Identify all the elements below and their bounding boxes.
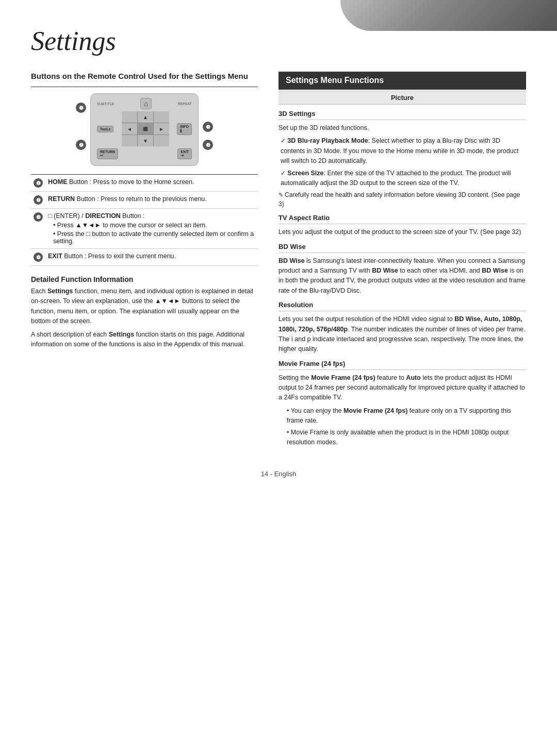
remote-illustration-container: SUBTITLE ⌂ REPEAT TooLs <box>31 93 258 166</box>
repeat-label: REPEAT <box>178 102 192 106</box>
dir-empty-tr <box>154 111 169 123</box>
detailed-function-section: Detailed Function Information Each Setti… <box>31 275 258 349</box>
bd-wise-heading: BD Wise <box>278 243 526 250</box>
btn-desc-text-1: HOME Button : Press to move to the Home … <box>45 175 258 192</box>
direction-pad[interactable]: ▲ ◄ ⬛ ► ▼ <box>122 111 169 146</box>
tv-aspect-body: Lets you adjust the output of the produc… <box>278 227 526 237</box>
callout-3: ❸ <box>203 122 213 132</box>
detail-body-1: Each Settings function, menu item, and i… <box>31 287 258 327</box>
btn-desc-row-2: ❷ RETURN Button : Press to return to the… <box>31 192 258 209</box>
two-column-layout: Buttons on the Remote Control Used for t… <box>31 72 526 449</box>
resolution-divider <box>278 311 526 311</box>
callout-1: ❶ <box>76 103 86 113</box>
3d-checkmark-2: Screen Size: Enter the size of the TV at… <box>278 169 526 189</box>
num-circle-1: ❶ <box>34 178 43 188</box>
num-circle-2: ❷ <box>34 195 43 205</box>
3d-note: Carefully read the health and safety inf… <box>278 190 526 209</box>
btn-num-4: ❹ <box>31 249 45 266</box>
movie-frame-body: Setting the Movie Frame (24 fps) feature… <box>278 373 526 403</box>
dir-up[interactable]: ▲ <box>138 111 153 123</box>
dir-enter[interactable]: ⬛ <box>138 123 153 135</box>
btn-desc-row-4: ❹ EXIT Button : Press to exit the curren… <box>31 249 258 266</box>
3d-divider <box>278 120 526 120</box>
btn-desc-text-3: □ (ENTER) / DIRECTION Button : • Press ▲… <box>45 209 258 249</box>
section-3d-settings: 3D Settings Set up the 3D related functi… <box>278 110 526 209</box>
settings-menu-header: Settings Menu Functions <box>278 72 526 89</box>
info-button[interactable]: INFO ℹ <box>177 123 192 135</box>
smf-top-divider <box>278 89 526 90</box>
movie-frame-bullet-2: Movie Frame is only available when the p… <box>278 428 526 448</box>
enter-bullet-2: • Press the □ button to activate the cur… <box>53 230 255 245</box>
dir-empty-br <box>154 135 169 146</box>
btn-desc-row-1: ❶ HOME Button : Press to move to the Hom… <box>31 175 258 192</box>
left-column: Buttons on the Remote Control Used for t… <box>31 72 258 352</box>
header-decoration <box>340 0 557 31</box>
left-section-heading: Buttons on the Remote Control Used for t… <box>31 72 258 80</box>
bd-wise-divider <box>278 253 526 253</box>
remote-top-row: SUBTITLE ⌂ REPEAT <box>97 98 192 109</box>
category-picture: Picture <box>278 91 526 105</box>
dir-empty-tl <box>122 111 137 123</box>
btn-desc-row-3: ❸ □ (ENTER) / DIRECTION Button : • Press… <box>31 209 258 249</box>
btn-num-3: ❸ <box>31 209 45 249</box>
dir-left[interactable]: ◄ <box>122 123 137 135</box>
bd-wise-body: BD Wise is Samsung's latest inter-connec… <box>278 256 526 296</box>
movie-frame-divider <box>278 369 526 370</box>
movie-frame-bullet-1: You can enjoy the Movie Frame (24 fps) f… <box>278 406 526 426</box>
detail-body-2: A short description of each Settings fun… <box>31 330 258 350</box>
num-circle-4: ❹ <box>34 253 43 262</box>
return-button[interactable]: RETURN ↩ <box>97 148 118 159</box>
right-column: Settings Menu Functions Picture 3D Setti… <box>278 72 526 449</box>
enter-bullet-1: • Press ▲▼◄► to move the cursor or selec… <box>53 222 255 229</box>
3d-checkmark-1: 3D Blu-ray Playback Mode: Select whether… <box>278 136 526 166</box>
remote-middle-row: TooLs ▲ ◄ ⬛ ► ▼ <box>97 111 192 146</box>
dir-empty-bl <box>122 135 137 146</box>
dir-right[interactable]: ► <box>154 123 169 135</box>
dir-down[interactable]: ▼ <box>138 135 153 146</box>
btn-desc-text-2: RETURN Button : Press to return to the p… <box>45 192 258 209</box>
num-circle-3: ❸ <box>34 212 43 222</box>
resolution-heading: Resolution <box>278 301 526 309</box>
3d-body: Set up the 3D related functions. <box>278 123 526 133</box>
section-bd-wise: BD Wise BD Wise is Samsung's latest inte… <box>278 243 526 296</box>
btn-num-2: ❷ <box>31 192 45 209</box>
button-descriptions-table: ❶ HOME Button : Press to move to the Hom… <box>31 174 258 266</box>
tv-aspect-divider <box>278 224 526 224</box>
callout-4: ❹ <box>203 140 213 150</box>
section-tv-aspect: TV Aspect Ratio Lets you adjust the outp… <box>278 214 526 237</box>
remote-bottom-row: RETURN ↩ EXIT ⇥ <box>97 148 192 159</box>
resolution-body: Lets you set the output resolution of th… <box>278 314 526 355</box>
footer-text: 14 - English <box>261 470 297 478</box>
btn-desc-text-4: EXIT Button : Press to exit the current … <box>45 249 258 266</box>
section-movie-frame: Movie Frame (24 fps) Setting the Movie F… <box>278 360 526 448</box>
remote-control: SUBTITLE ⌂ REPEAT TooLs <box>90 93 199 166</box>
callout-2: ❷ <box>76 140 86 150</box>
page-footer: 14 - English <box>31 470 526 478</box>
page-wrapper: Settings Buttons on the Remote Control U… <box>0 0 557 756</box>
tools-button[interactable]: TooLs <box>97 126 113 132</box>
section-divider <box>31 87 258 87</box>
3d-settings-heading: 3D Settings <box>278 110 526 117</box>
exit-button[interactable]: EXIT ⇥ <box>177 148 192 159</box>
btn-num-1: ❶ <box>31 175 45 192</box>
section-resolution: Resolution Lets you set the output resol… <box>278 301 526 355</box>
detail-heading: Detailed Function Information <box>31 275 258 283</box>
tv-aspect-heading: TV Aspect Ratio <box>278 214 526 222</box>
subtitle-label: SUBTITLE <box>97 102 114 106</box>
home-button[interactable]: ⌂ <box>140 98 152 109</box>
movie-frame-heading: Movie Frame (24 fps) <box>278 360 526 367</box>
